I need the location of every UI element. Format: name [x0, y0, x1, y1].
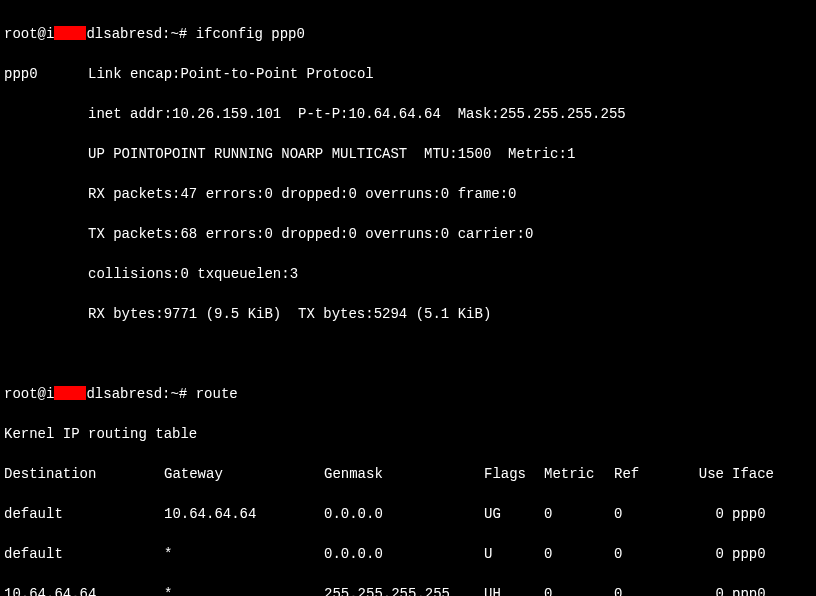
redacted-hostname: [54, 386, 86, 400]
route-header: Kernel IP routing table: [4, 424, 812, 444]
prompt-line: root@idlsabresd:~# route: [4, 384, 812, 404]
ifconfig-rx: RX packets:47 errors:0 dropped:0 overrun…: [4, 184, 812, 204]
user: root: [4, 26, 38, 42]
ifconfig-flags: UP POINTOPOINT RUNNING NOARP MULTICAST M…: [4, 144, 812, 164]
cmd-ifconfig: ifconfig ppp0: [196, 26, 305, 42]
route-row: default10.64.64.640.0.0.0UG000ppp0: [4, 504, 812, 524]
redacted-hostname: [54, 26, 86, 40]
ifconfig-bytes: RX bytes:9771 (9.5 KiB) TX bytes:5294 (5…: [4, 304, 812, 324]
route-row: default*0.0.0.0U000ppp0: [4, 544, 812, 564]
ifconfig-coll: collisions:0 txqueuelen:3: [4, 264, 812, 284]
terminal[interactable]: root@idlsabresd:~# ifconfig ppp0 ppp0 Li…: [0, 0, 816, 596]
ifconfig-tx: TX packets:68 errors:0 dropped:0 overrun…: [4, 224, 812, 244]
prompt-line: root@idlsabresd:~# ifconfig ppp0: [4, 24, 812, 44]
cmd-route: route: [196, 386, 238, 402]
ifconfig-inet: inet addr:10.26.159.101 P-t-P:10.64.64.6…: [4, 104, 812, 124]
ifconfig-output: ppp0 Link encap:Point-to-Point Protocol: [4, 64, 812, 84]
route-row: 10.64.64.64*255.255.255.255UH000ppp0: [4, 584, 812, 596]
blank-line: [4, 344, 812, 364]
route-cols: DestinationGatewayGenmaskFlagsMetricRefU…: [4, 464, 812, 484]
